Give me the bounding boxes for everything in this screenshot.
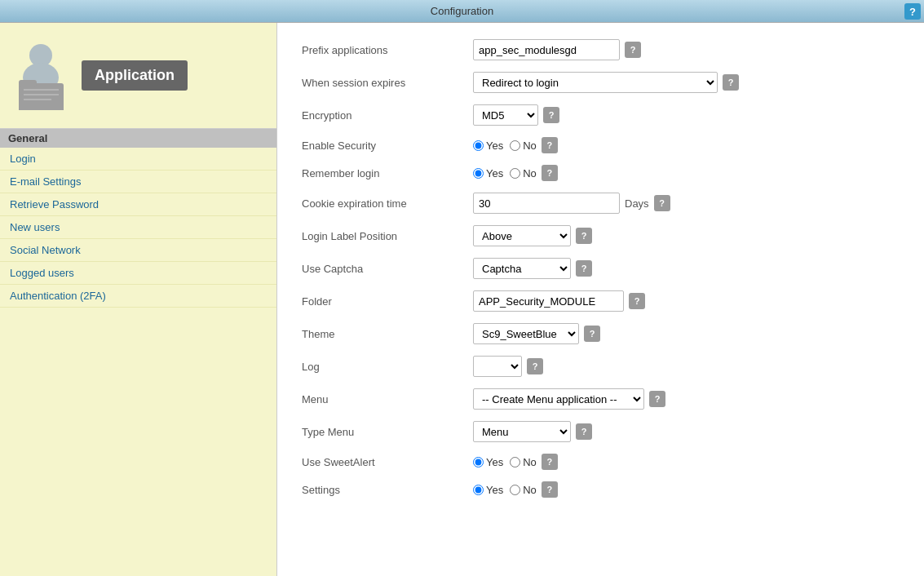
sidebar-item-authentication-2fa[interactable]: Authentication (2FA) — [0, 285, 276, 308]
svg-rect-3 — [19, 80, 37, 86]
enable-security-yes-text: Yes — [486, 140, 503, 152]
use-sweetalert-yes-radio[interactable] — [473, 457, 484, 467]
enable-security-yes-radio[interactable] — [473, 140, 484, 151]
log-select[interactable]: Yes No — [473, 356, 522, 377]
prefix-applications-input[interactable] — [473, 39, 620, 60]
remember-login-help[interactable]: ? — [542, 165, 558, 181]
enable-security-no-label[interactable]: No — [510, 140, 537, 152]
type-menu-control: Menu Sidebar Top ? — [473, 421, 592, 442]
settings-yes-text: Yes — [486, 484, 503, 496]
settings-yes-radio[interactable] — [473, 485, 484, 495]
type-menu-select[interactable]: Menu Sidebar Top — [473, 421, 571, 442]
sidebar-general-header: General — [0, 129, 276, 148]
enable-security-radio-group: Yes No — [473, 140, 537, 152]
log-control: Yes No ? — [473, 356, 543, 377]
days-label: Days — [625, 197, 649, 210]
cookie-expiration-label: Cookie expiration time — [302, 197, 465, 210]
settings-control: Yes No ? — [473, 481, 558, 498]
sidebar-nav: Login E-mail Settings Retrieve Password … — [0, 148, 276, 308]
prefix-applications-row: Prefix applications ? — [302, 39, 900, 60]
remember-login-label: Remember login — [302, 167, 465, 179]
cookie-expiration-row: Cookie expiration time Days ? — [302, 193, 900, 214]
log-help[interactable]: ? — [527, 358, 543, 374]
title-bar-help-button[interactable]: ? — [904, 3, 921, 20]
encryption-help[interactable]: ? — [543, 107, 559, 123]
sidebar-item-login[interactable]: Login — [0, 148, 276, 171]
settings-yes-label[interactable]: Yes — [473, 484, 503, 496]
use-captcha-help[interactable]: ? — [576, 260, 592, 277]
use-sweetalert-no-text: No — [523, 456, 537, 468]
use-sweetalert-yes-text: Yes — [486, 456, 503, 468]
encryption-control: MD5 SHA1 SHA256 ? — [473, 104, 559, 126]
enable-security-help[interactable]: ? — [542, 137, 558, 153]
menu-help[interactable]: ? — [649, 391, 665, 407]
session-expires-label: When session expires — [302, 77, 465, 89]
use-sweetalert-help[interactable]: ? — [542, 454, 558, 470]
remember-login-yes-radio[interactable] — [473, 168, 484, 179]
encryption-row: Encryption MD5 SHA1 SHA256 ? — [302, 104, 900, 126]
settings-radio-group: Yes No — [473, 484, 537, 496]
remember-login-yes-text: Yes — [486, 167, 503, 179]
use-sweetalert-radio-group: Yes No — [473, 456, 537, 468]
remember-login-yes-label[interactable]: Yes — [473, 167, 503, 179]
encryption-select[interactable]: MD5 SHA1 SHA256 — [473, 104, 538, 126]
settings-help[interactable]: ? — [542, 481, 558, 498]
prefix-applications-help[interactable]: ? — [625, 42, 641, 58]
theme-select[interactable]: Sc9_SweetBlue Default Dark — [473, 323, 579, 344]
type-menu-label: Type Menu — [302, 426, 465, 438]
use-sweetalert-no-radio[interactable] — [510, 457, 520, 467]
use-sweetalert-no-label[interactable]: No — [510, 456, 537, 468]
remember-login-no-radio[interactable] — [510, 168, 520, 179]
enable-security-label: Enable Security — [302, 140, 465, 152]
settings-label: Settings — [302, 484, 465, 496]
settings-no-text: No — [523, 484, 537, 496]
login-label-position-row: Login Label Position Above Left Right ? — [302, 225, 900, 246]
enable-security-no-radio[interactable] — [510, 140, 520, 151]
folder-label: Folder — [302, 295, 465, 308]
folder-row: Folder ? — [302, 290, 900, 312]
enable-security-control: Yes No ? — [473, 137, 558, 153]
log-row: Log Yes No ? — [302, 356, 900, 377]
enable-security-yes-label[interactable]: Yes — [473, 140, 503, 152]
sidebar-item-retrieve-password[interactable]: Retrieve Password — [0, 193, 276, 216]
session-expires-select[interactable]: Redirect to login Show message Do nothin… — [473, 72, 718, 93]
sidebar-item-new-users[interactable]: New users — [0, 216, 276, 239]
login-label-position-label: Login Label Position — [302, 230, 465, 242]
session-expires-help[interactable]: ? — [723, 74, 739, 91]
cookie-expiration-help[interactable]: ? — [654, 195, 670, 211]
theme-help[interactable]: ? — [584, 326, 600, 342]
settings-row: Settings Yes No ? — [302, 481, 900, 498]
remember-login-no-label[interactable]: No — [510, 167, 537, 179]
settings-no-label[interactable]: No — [510, 484, 537, 496]
remember-login-radio-group: Yes No — [473, 167, 537, 179]
remember-login-row: Remember login Yes No ? — [302, 165, 900, 181]
sidebar-app-label: Application — [82, 60, 188, 91]
login-label-position-control: Above Left Right ? — [473, 225, 592, 246]
use-sweetalert-row: Use SweetAlert Yes No ? — [302, 454, 900, 470]
menu-row: Menu -- Create Menu application -- Optio… — [302, 388, 900, 410]
remember-login-control: Yes No ? — [473, 165, 558, 181]
folder-help[interactable]: ? — [629, 293, 645, 309]
cookie-expiration-control: Days ? — [473, 193, 670, 214]
svg-rect-2 — [19, 83, 64, 110]
sidebar-item-email-settings[interactable]: E-mail Settings — [0, 171, 276, 193]
menu-label: Menu — [302, 393, 465, 405]
type-menu-row: Type Menu Menu Sidebar Top ? — [302, 421, 900, 442]
sidebar: Application General Login E-mail Setting… — [0, 23, 277, 576]
folder-input[interactable] — [473, 290, 624, 312]
use-captcha-row: Use Captcha Captcha None reCaptcha ? — [302, 258, 900, 279]
type-menu-help[interactable]: ? — [576, 423, 592, 440]
enable-security-row: Enable Security Yes No ? — [302, 137, 900, 153]
main-container: Application General Login E-mail Setting… — [0, 23, 924, 576]
use-sweetalert-control: Yes No ? — [473, 454, 558, 470]
login-label-position-select[interactable]: Above Left Right — [473, 225, 571, 246]
sidebar-item-logged-users[interactable]: Logged users — [0, 262, 276, 285]
login-label-position-help[interactable]: ? — [576, 228, 592, 244]
settings-no-radio[interactable] — [510, 485, 520, 495]
theme-row: Theme Sc9_SweetBlue Default Dark ? — [302, 323, 900, 344]
menu-select[interactable]: -- Create Menu application -- Option 1 O… — [473, 388, 644, 410]
cookie-expiration-input[interactable] — [473, 193, 620, 214]
use-sweetalert-yes-label[interactable]: Yes — [473, 456, 503, 468]
sidebar-item-social-network[interactable]: Social Network — [0, 239, 276, 262]
use-captcha-select[interactable]: Captcha None reCaptcha — [473, 258, 571, 279]
